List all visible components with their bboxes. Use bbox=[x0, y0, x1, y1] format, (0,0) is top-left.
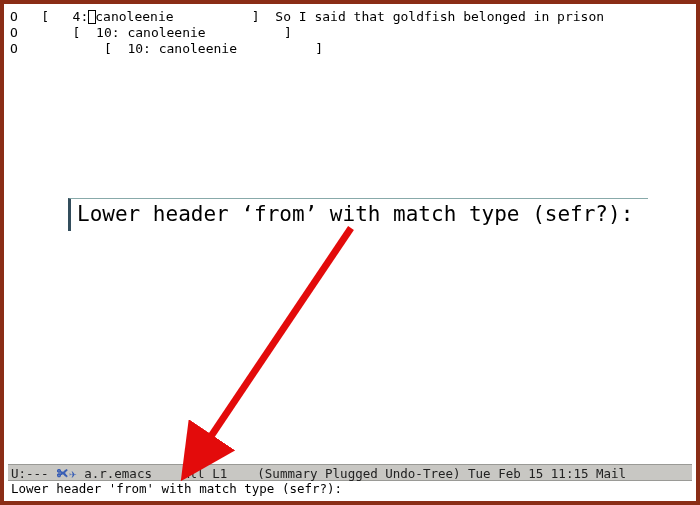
row-author: canoleenie bbox=[95, 9, 252, 24]
row-prefix: O [ 4: bbox=[10, 9, 88, 24]
row-author: canoleenie bbox=[127, 25, 284, 40]
summary-buffer[interactable]: O [ 4:canoleenie ] So I said that goldfi… bbox=[8, 8, 692, 461]
emacs-frame: O [ 4:canoleenie ] So I said that goldfi… bbox=[0, 0, 700, 505]
minibuffer-prompt: Lower header 'from' with match type (sef… bbox=[11, 481, 350, 496]
row-author: canoleenie bbox=[159, 41, 316, 56]
row-prefix: O [ 10: bbox=[10, 41, 151, 56]
modeline-icon: ✀✈ bbox=[56, 466, 77, 481]
minibuffer[interactable]: Lower header 'from' with match type (sef… bbox=[8, 481, 692, 497]
callout-text: Lower header ‘from’ with match type (sef… bbox=[77, 202, 633, 226]
modeline-tail: Mail bbox=[596, 466, 634, 481]
row-prefix: O [ 10: bbox=[10, 25, 120, 40]
summary-row[interactable]: O [ 10: canoleenie ] bbox=[10, 41, 690, 57]
modeline-flags: U:--- bbox=[11, 466, 56, 481]
summary-row[interactable]: O [ 4:canoleenie ] So I said that goldfi… bbox=[10, 9, 690, 25]
modeline-position: All L1 bbox=[159, 466, 249, 481]
callout-zoom: Lower header ‘from’ with match type (sef… bbox=[68, 198, 648, 231]
mode-line: U:--- ✀✈ a.r.emacs All L1 (Summary Plugg… bbox=[8, 464, 692, 481]
modeline-modes: (Summary Plugged Undo-Tree) bbox=[250, 466, 468, 481]
modeline-buffer-name: a.r.emacs bbox=[77, 466, 160, 481]
row-bracket-close: ] bbox=[252, 9, 275, 24]
summary-row[interactable]: O [ 10: canoleenie ] bbox=[10, 25, 690, 41]
row-subject: So I said that goldfish belonged in pris… bbox=[275, 9, 604, 24]
modeline-date: Tue Feb 15 11:15 bbox=[468, 466, 596, 481]
row-bracket-close: ] bbox=[284, 25, 307, 40]
row-bracket-close: ] bbox=[315, 41, 338, 56]
